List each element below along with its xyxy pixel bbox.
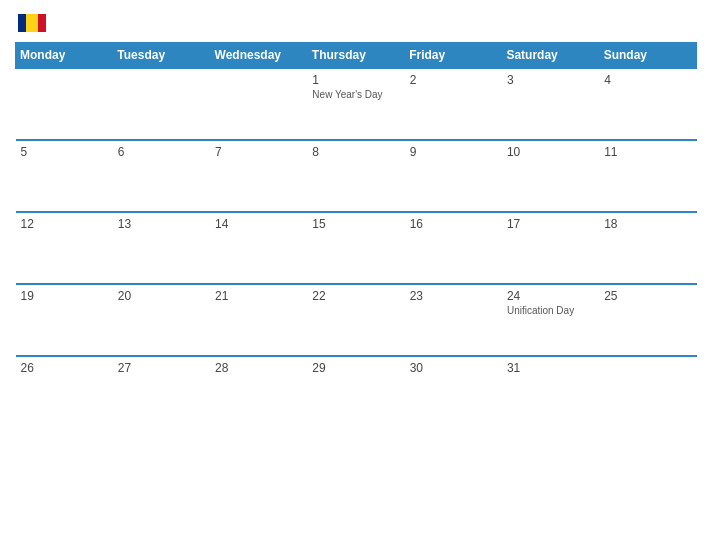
calendar-cell: 24Unification Day <box>502 284 599 356</box>
calendar-cell: 22 <box>307 284 404 356</box>
day-number: 15 <box>312 217 399 231</box>
calendar-page: MondayTuesdayWednesdayThursdayFridaySatu… <box>0 0 712 550</box>
weekday-header-wednesday: Wednesday <box>210 43 307 69</box>
day-number: 8 <box>312 145 399 159</box>
calendar-cell: 21 <box>210 284 307 356</box>
calendar-cell <box>16 68 113 140</box>
calendar-cell: 25 <box>599 284 696 356</box>
calendar-body: 1New Year's Day2345678910111213141516171… <box>16 68 697 428</box>
logo-flag-icon <box>18 14 46 32</box>
calendar-cell: 29 <box>307 356 404 428</box>
day-number: 17 <box>507 217 594 231</box>
weekday-header-monday: Monday <box>16 43 113 69</box>
calendar-cell: 28 <box>210 356 307 428</box>
weekday-header-thursday: Thursday <box>307 43 404 69</box>
day-number: 24 <box>507 289 594 303</box>
calendar-cell: 13 <box>113 212 210 284</box>
day-number: 2 <box>410 73 497 87</box>
day-number: 25 <box>604 289 691 303</box>
day-number: 20 <box>118 289 205 303</box>
calendar-cell: 8 <box>307 140 404 212</box>
day-number: 12 <box>21 217 108 231</box>
calendar-header-row: MondayTuesdayWednesdayThursdayFridaySatu… <box>16 43 697 69</box>
day-number: 29 <box>312 361 399 375</box>
logo <box>15 14 46 32</box>
day-number: 28 <box>215 361 302 375</box>
calendar-week-row: 262728293031 <box>16 356 697 428</box>
calendar-cell: 3 <box>502 68 599 140</box>
calendar-cell: 16 <box>405 212 502 284</box>
day-number: 14 <box>215 217 302 231</box>
day-number: 11 <box>604 145 691 159</box>
calendar-cell: 19 <box>16 284 113 356</box>
day-number: 30 <box>410 361 497 375</box>
calendar-cell: 11 <box>599 140 696 212</box>
day-number: 27 <box>118 361 205 375</box>
calendar-cell: 5 <box>16 140 113 212</box>
day-number: 6 <box>118 145 205 159</box>
day-number: 3 <box>507 73 594 87</box>
calendar-cell: 7 <box>210 140 307 212</box>
calendar-cell: 30 <box>405 356 502 428</box>
calendar-cell: 15 <box>307 212 404 284</box>
day-number: 10 <box>507 145 594 159</box>
calendar-cell: 18 <box>599 212 696 284</box>
holiday-label: Unification Day <box>507 305 594 316</box>
calendar-week-row: 12131415161718 <box>16 212 697 284</box>
weekday-header-tuesday: Tuesday <box>113 43 210 69</box>
day-number: 26 <box>21 361 108 375</box>
calendar-week-row: 1New Year's Day234 <box>16 68 697 140</box>
calendar-cell: 17 <box>502 212 599 284</box>
day-number: 13 <box>118 217 205 231</box>
calendar-week-row: 192021222324Unification Day25 <box>16 284 697 356</box>
calendar-cell: 31 <box>502 356 599 428</box>
day-number: 19 <box>21 289 108 303</box>
calendar-cell: 10 <box>502 140 599 212</box>
day-number: 22 <box>312 289 399 303</box>
calendar-cell <box>113 68 210 140</box>
calendar-table: MondayTuesdayWednesdayThursdayFridaySatu… <box>15 42 697 428</box>
calendar-header <box>15 10 697 36</box>
calendar-cell: 9 <box>405 140 502 212</box>
day-number: 21 <box>215 289 302 303</box>
day-number: 31 <box>507 361 594 375</box>
calendar-cell: 6 <box>113 140 210 212</box>
holiday-label: New Year's Day <box>312 89 399 100</box>
calendar-cell <box>210 68 307 140</box>
weekday-header-sunday: Sunday <box>599 43 696 69</box>
calendar-cell: 1New Year's Day <box>307 68 404 140</box>
day-number: 9 <box>410 145 497 159</box>
day-number: 7 <box>215 145 302 159</box>
day-number: 1 <box>312 73 399 87</box>
weekday-header-saturday: Saturday <box>502 43 599 69</box>
calendar-cell: 27 <box>113 356 210 428</box>
calendar-cell: 12 <box>16 212 113 284</box>
calendar-cell: 23 <box>405 284 502 356</box>
svg-rect-1 <box>26 14 38 32</box>
calendar-cell: 2 <box>405 68 502 140</box>
calendar-week-row: 567891011 <box>16 140 697 212</box>
calendar-cell: 4 <box>599 68 696 140</box>
day-number: 23 <box>410 289 497 303</box>
day-number: 5 <box>21 145 108 159</box>
day-number: 16 <box>410 217 497 231</box>
weekday-header-friday: Friday <box>405 43 502 69</box>
day-number: 18 <box>604 217 691 231</box>
calendar-cell: 26 <box>16 356 113 428</box>
calendar-cell <box>599 356 696 428</box>
calendar-cell: 14 <box>210 212 307 284</box>
svg-rect-2 <box>38 14 46 32</box>
day-number: 4 <box>604 73 691 87</box>
calendar-cell: 20 <box>113 284 210 356</box>
